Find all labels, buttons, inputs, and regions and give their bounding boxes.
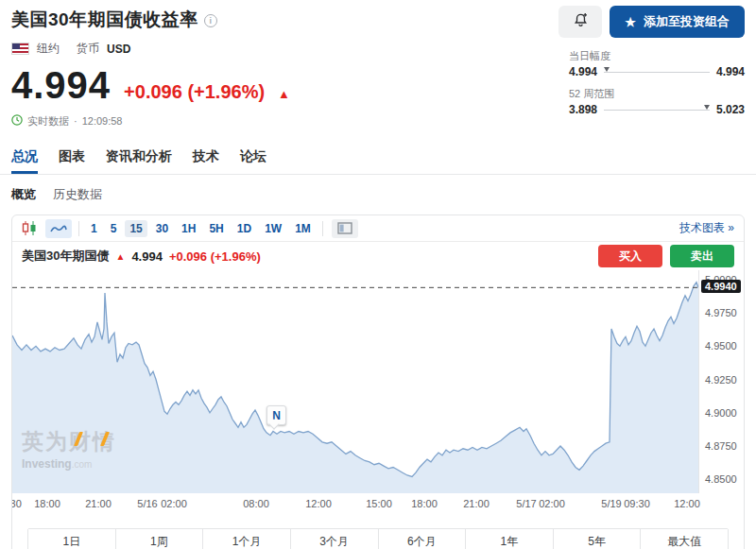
chart-panel-icon[interactable] (332, 219, 358, 238)
x-tick-21:00: 21:00 (85, 498, 112, 509)
realtime-label: 实时数据 (27, 114, 69, 129)
x-tick-18:00: 18:00 (34, 498, 60, 509)
interval-15[interactable]: 15 (125, 220, 146, 237)
range-button-2[interactable]: 1周 (115, 529, 203, 549)
interval-30[interactable]: 30 (151, 220, 173, 237)
chart-plot-area: 英为财情 Investing.com N 5.00004.97504.95004… (12, 270, 744, 493)
x-tick-08:00: 08:00 (243, 498, 269, 509)
header-section: 美国30年期国债收益率 i ★ 添加至投资组合 纽约 货币 USD 4.994 … (0, 0, 756, 129)
week52-range-bar (604, 110, 710, 111)
create-alert-button[interactable] (558, 6, 602, 38)
x-tick-02:00: 02:00 (161, 498, 187, 509)
subtab-1[interactable]: 概览 (11, 186, 36, 203)
week52-low: 3.898 (569, 103, 597, 116)
x-tick-09:30: 09:30 (624, 498, 650, 509)
day-range-low: 4.994 (569, 65, 597, 78)
x-tick-12:00: 12:00 (305, 498, 332, 509)
chart-widget: 1515301H5H1D1W1M 技术图表 » 美国30年期国债 ▲ 4.994… (11, 214, 745, 549)
x-tick-18:00: 18:00 (411, 498, 438, 509)
chart-toolbar: 1515301H5H1D1W1M 技术图表 » (12, 215, 744, 242)
y-tick-4.8750: 4.8750 (705, 440, 737, 452)
x-tick-21:00: 21:00 (463, 498, 490, 509)
toolbar-divider (78, 221, 79, 236)
interval-selector: 1515301H5H1D1W1M (86, 220, 316, 237)
currency-value: USD (107, 43, 130, 56)
chart-instrument-name: 美国30年期国债 (22, 248, 109, 265)
interval-5[interactable]: 5 (106, 220, 122, 237)
day-range-marker (604, 67, 610, 72)
price-area-chart[interactable] (12, 270, 698, 493)
current-price-label: 4.9940 (701, 280, 741, 293)
price-change: +0.096 (+1.96%) (124, 81, 265, 103)
area-chart-icon[interactable] (45, 219, 72, 238)
last-price: 4.994 (11, 64, 111, 107)
range-button-4[interactable]: 3个月 (290, 529, 378, 549)
toolbar-divider (322, 221, 323, 236)
key-stats: 当日幅度 4.994 4.994 52 周范围 3.898 5.023 (569, 49, 745, 125)
range-button-5[interactable]: 6个月 (378, 529, 466, 549)
chart-price-change: +0.096 (+1.96%) (169, 249, 261, 264)
tab-5[interactable]: 论坛 (240, 145, 266, 174)
add-to-portfolio-label: 添加至投资组合 (644, 13, 730, 30)
interval-5H[interactable]: 5H (204, 220, 228, 237)
bell-plus-icon (572, 11, 590, 32)
candlestick-chart-icon[interactable] (20, 219, 39, 238)
interval-1[interactable]: 1 (86, 220, 102, 237)
tab-1[interactable]: 总况 (11, 145, 38, 174)
page-title: 美国30年期国债收益率 (11, 8, 198, 32)
star-icon: ★ (625, 15, 636, 29)
last-update-time: 12:09:58 (82, 115, 123, 127)
x-tick-12:00: 12:00 (674, 498, 700, 509)
x-tick-15:30: 15:30 (11, 498, 22, 509)
currency-label: 货币 (77, 41, 99, 57)
y-tick-4.9500: 4.9500 (705, 340, 737, 352)
info-icon[interactable]: i (204, 14, 217, 27)
news-event-marker[interactable]: N (266, 405, 286, 425)
timeframe-selector: 1日1周1个月3个月6个月1年5年最大值 (27, 528, 729, 549)
tab-4[interactable]: 技术 (193, 145, 219, 174)
range-button-8[interactable]: 最大值 (640, 529, 728, 549)
range-button-6[interactable]: 1年 (465, 529, 553, 549)
range-button-7[interactable]: 5年 (553, 529, 641, 549)
x-tick-5/17: 5/17 (516, 498, 536, 509)
week52-range-label: 52 周范围 (569, 87, 745, 101)
instrument-page: 美国30年期国债收益率 i ★ 添加至投资组合 纽约 货币 USD 4.994 … (0, 0, 756, 549)
week52-range-marker (704, 105, 710, 110)
add-to-portfolio-button[interactable]: ★ 添加至投资组合 (610, 6, 745, 38)
x-axis: 15:3018:0021:005/1602:0008:0012:0015:001… (12, 493, 744, 514)
buy-button[interactable]: 买入 (598, 245, 662, 267)
tab-3[interactable]: 资讯和分析 (106, 145, 172, 174)
day-range-label: 当日幅度 (569, 49, 745, 63)
main-tabs: 总况图表资讯和分析技术论坛 (0, 145, 756, 175)
chart-last-price: 4.994 (131, 249, 163, 264)
interval-1W[interactable]: 1W (260, 220, 286, 237)
us-flag-icon (11, 43, 29, 55)
market-label: 纽约 (37, 41, 60, 57)
x-tick-15:00: 15:00 (366, 498, 392, 509)
technical-chart-link[interactable]: 技术图表 » (679, 220, 734, 236)
chart-up-triangle-icon: ▲ (115, 251, 125, 262)
x-tick-02:00: 02:00 (539, 498, 565, 509)
week52-high: 5.023 (716, 103, 745, 116)
day-range-bar (604, 72, 710, 73)
subtab-2[interactable]: 历史数据 (53, 186, 102, 203)
up-triangle-icon: ▲ (278, 87, 290, 101)
y-tick-4.8500: 4.8500 (705, 473, 737, 485)
area-fill (12, 283, 698, 493)
interval-1H[interactable]: 1H (177, 220, 200, 237)
y-tick-4.9750: 4.9750 (705, 307, 737, 318)
x-tick-5/16: 5/16 (137, 498, 157, 509)
chart-header: 美国30年期国债 ▲ 4.994 +0.096 (+1.96%) 买入 卖出 (12, 242, 744, 270)
interval-1D[interactable]: 1D (232, 220, 256, 237)
y-axis: 5.00004.97504.95004.92504.90004.87504.85… (698, 270, 744, 493)
interval-1M[interactable]: 1M (290, 220, 316, 237)
range-button-3[interactable]: 1个月 (202, 529, 290, 549)
range-button-1[interactable]: 1日 (28, 529, 115, 549)
sell-button[interactable]: 卖出 (670, 245, 734, 267)
dot-separator: · (74, 115, 77, 127)
y-tick-4.9000: 4.9000 (705, 407, 737, 419)
tab-2[interactable]: 图表 (59, 145, 85, 174)
day-range-high: 4.994 (716, 65, 745, 78)
sub-tabs: 概览历史数据 (0, 175, 756, 213)
clock-icon (11, 112, 23, 129)
